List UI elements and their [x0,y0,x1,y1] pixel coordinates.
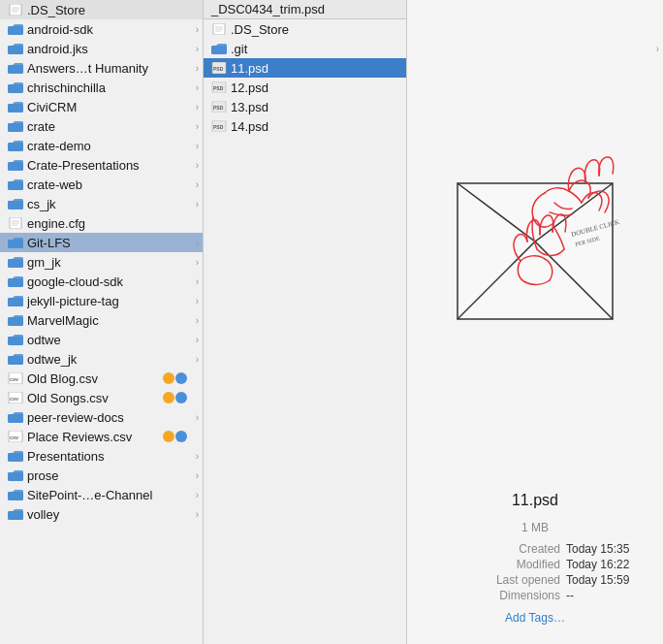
left-item-civicrm[interactable]: CiviCRM› [0,97,203,116]
folder-icon [8,469,23,481]
chevron-right-icon: › [196,44,199,54]
file-name-label: engine.cfg [27,216,203,231]
svg-text:PSD: PSD [213,105,224,111]
folder-icon [8,81,23,93]
left-item-crate-presentations[interactable]: Crate-Presentations› [0,155,203,175]
chevron-right-icon: › [196,315,199,326]
file-name-label: Old Blog.csv [27,371,162,386]
left-item-engine-cfg[interactable]: engine.cfg [0,213,203,233]
middle-item-ds-store-mid[interactable]: .DS_Store [204,19,406,39]
left-item-old-songs-csv[interactable]: csv Old Songs.csv [0,388,203,407]
created-row: Created Today 15:35 [426,542,644,556]
modified-label: Modified [483,558,560,571]
left-item-crate[interactable]: crate› [0,116,203,136]
chevron-right-icon: › [196,451,199,462]
folder-icon [8,159,23,171]
chevron-right-icon: › [196,63,199,74]
left-item-volley[interactable]: volley› [0,504,203,524]
svg-text:PSD: PSD [213,124,224,130]
psd-icon: PSD [211,101,227,113]
middle-item-11-psd[interactable]: PSD 11.psd [204,58,406,78]
file-name-label: 11.psd [231,61,406,76]
file-name-label: Place Reviews.csv [27,430,162,444]
middle-file-panel: _DSC0434_trim.psd .DS_Store .git› PSD 11… [204,0,407,644]
chevron-right-icon: › [196,238,199,248]
last-opened-row: Last opened Today 15:59 [426,573,644,587]
middle-item-14-psd[interactable]: PSD 14.psd [204,116,406,136]
badge-container [162,431,187,442]
left-item-android-jks[interactable]: android.jks› [0,39,203,58]
left-item-answers-humanity[interactable]: Answers…t Humanity› [0,58,203,78]
file-name-label: cs_jk [27,197,203,211]
svg-text:csv: csv [10,396,19,402]
left-item-place-reviews-csv[interactable]: csv Place Reviews.csv [0,427,203,446]
badge-yellow [163,372,174,384]
csv-icon: csv [8,372,23,384]
left-item-ds-store-left[interactable]: .DS_Store [0,0,203,19]
middle-item-13-psd[interactable]: PSD 13.psd [204,97,406,116]
file-name-label: prose [27,468,203,483]
chevron-right-icon: › [196,412,199,423]
left-item-old-blog-csv[interactable]: csv Old Blog.csv [0,369,203,388]
folder-icon [8,508,23,520]
badge-blue [175,392,187,403]
left-item-cs-jk[interactable]: cs_jk› [0,194,203,213]
left-item-prose[interactable]: prose› [0,466,203,485]
file-name-label: SitePoint-…e-Channel [27,488,203,502]
left-item-peer-review-docs[interactable]: peer-review-docs› [0,407,203,427]
badge-container [162,392,187,403]
left-item-google-cloud-sdk[interactable]: google-cloud-sdk› [0,272,203,291]
dimensions-row: Dimensions -- [426,589,644,602]
folder-icon [8,140,23,151]
chevron-right-icon: › [196,160,199,171]
middle-item-12-psd[interactable]: PSD 12.psd [204,78,406,97]
file-icon [211,23,227,35]
middle-header-title: _DSC0434_trim.psd [211,2,325,16]
file-name-label: peer-review-docs [27,410,203,425]
badge-yellow [163,431,174,442]
file-name-label: crate [27,119,203,134]
folder-icon [211,43,227,54]
file-icon [8,4,23,16]
file-name-label: volley [27,507,203,522]
file-name-label: .git [231,42,406,56]
left-item-jekyll-picture-tag[interactable]: jekyll-picture-tag› [0,291,203,310]
left-item-crate-web[interactable]: crate-web› [0,175,203,194]
chevron-right-icon: › [196,82,199,93]
chevron-right-icon: › [196,121,199,132]
left-item-marvel-magic[interactable]: MarvelMagic› [0,310,203,330]
file-name-label: .DS_Store [27,3,203,17]
folder-icon [8,450,23,462]
file-name-label: odtwe_jk [27,352,203,367]
folder-icon [8,101,23,113]
file-name-label: android-sdk [27,22,203,37]
left-item-gm-jk[interactable]: gm_jk› [0,252,203,272]
csv-icon: csv [8,431,23,442]
badge-yellow [163,392,174,403]
left-item-crate-demo[interactable]: crate-demo› [0,136,203,155]
folder-icon [8,411,23,423]
folder-icon [8,353,23,365]
middle-item-git-mid[interactable]: .git› [204,39,406,58]
file-name-label: Presentations [27,449,203,464]
left-item-presentations[interactable]: Presentations› [0,446,203,466]
folder-icon [8,43,23,54]
last-opened-value: Today 15:59 [566,573,644,587]
left-item-git-lfs[interactable]: Git-LFS› [0,233,203,252]
left-item-sitepoint[interactable]: SitePoint-…e-Channel› [0,485,203,504]
folder-icon [8,120,23,132]
file-name-label: Old Songs.csv [27,391,162,405]
chevron-right-icon: › [196,24,199,35]
folder-icon [8,237,23,248]
svg-text:PSD: PSD [213,85,224,91]
left-item-odtwe-jk[interactable]: odtwe_jk› [0,349,203,369]
left-item-chrischinchilla[interactable]: chrischinchilla› [0,78,203,97]
chevron-right-icon: › [196,296,199,306]
chevron-right-icon: › [196,141,199,151]
left-item-odtwe[interactable]: odtwe› [0,330,203,349]
file-name-label: CiviCRM [27,100,203,114]
left-item-android-sdk[interactable]: android-sdk› [0,19,203,39]
chevron-right-icon: › [196,257,199,268]
file-name-label: odtwe [27,333,203,347]
add-tags-link[interactable]: Add Tags… [505,611,565,625]
